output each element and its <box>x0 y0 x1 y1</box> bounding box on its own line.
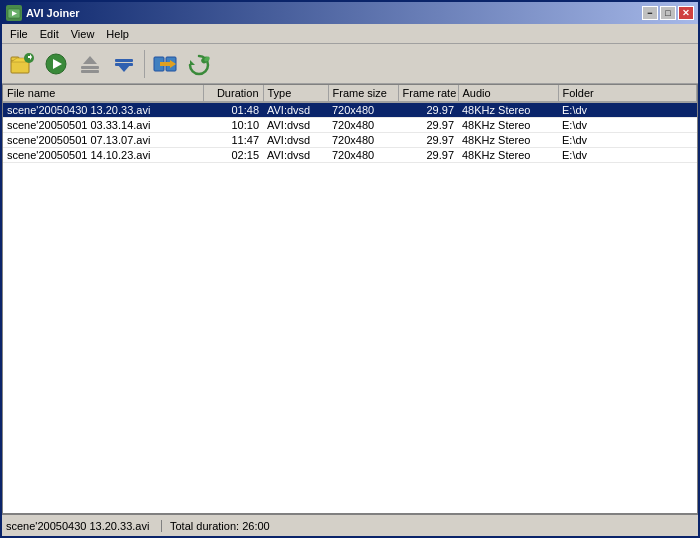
table-cell: 720x480 <box>328 133 398 148</box>
title-bar: AVI Joiner − □ ✕ <box>2 2 698 24</box>
svg-rect-9 <box>81 66 99 69</box>
status-selected-file: scene'20050430 13.20.33.avi <box>2 520 162 532</box>
move-down-button[interactable] <box>108 49 140 79</box>
svg-marker-14 <box>117 64 131 72</box>
table-cell: 48KHz Stereo <box>458 118 558 133</box>
table-cell: AVI:dvsd <box>263 133 328 148</box>
status-total-duration: Total duration: 26:00 <box>162 520 278 532</box>
table-cell: 48KHz Stereo <box>458 148 558 163</box>
menu-bar: File Edit View Help <box>2 24 698 44</box>
menu-file[interactable]: File <box>4 26 34 42</box>
col-header-duration[interactable]: Duration <box>203 85 263 102</box>
table-cell: 02:15 <box>203 148 263 163</box>
table-cell: scene'20050501 07.13.07.avi <box>3 133 203 148</box>
svg-marker-11 <box>83 56 97 64</box>
table-cell: 29.97 <box>398 133 458 148</box>
refresh-button[interactable] <box>183 49 215 79</box>
table-header-row: File name Duration Type Frame size Frame… <box>3 85 697 102</box>
file-list-container[interactable]: File name Duration Type Frame size Frame… <box>3 85 697 513</box>
table-cell: 720x480 <box>328 118 398 133</box>
menu-view[interactable]: View <box>65 26 101 42</box>
table-cell: 48KHz Stereo <box>458 133 558 148</box>
toolbar-separator <box>144 50 145 78</box>
menu-edit[interactable]: Edit <box>34 26 65 42</box>
app-icon <box>6 5 22 21</box>
play-button[interactable] <box>40 49 72 79</box>
table-row[interactable]: scene'20050501 14.10.23.avi02:15AVI:dvsd… <box>3 148 697 163</box>
col-header-filename[interactable]: File name <box>3 85 203 102</box>
table-cell: E:\dv <box>558 148 697 163</box>
open-button[interactable] <box>6 49 38 79</box>
table-cell: 01:48 <box>203 102 263 118</box>
svg-rect-10 <box>81 70 99 73</box>
window-controls: − □ ✕ <box>642 6 694 20</box>
move-up-icon <box>77 52 103 76</box>
table-cell: 48KHz Stereo <box>458 102 558 118</box>
col-header-audio[interactable]: Audio <box>458 85 558 102</box>
table-cell: scene'20050501 14.10.23.avi <box>3 148 203 163</box>
col-header-framesize[interactable]: Frame size <box>328 85 398 102</box>
table-row[interactable]: scene'20050501 03.33.14.avi10:10AVI:dvsd… <box>3 118 697 133</box>
menu-help[interactable]: Help <box>100 26 135 42</box>
table-cell: E:\dv <box>558 118 697 133</box>
col-header-framerate[interactable]: Frame rate <box>398 85 458 102</box>
maximize-button[interactable]: □ <box>660 6 676 20</box>
table-cell: AVI:dvsd <box>263 148 328 163</box>
table-row[interactable]: scene'20050430 13.20.33.avi01:48AVI:dvsd… <box>3 102 697 118</box>
join-icon <box>152 52 178 76</box>
move-up-button[interactable] <box>74 49 106 79</box>
col-header-type[interactable]: Type <box>263 85 328 102</box>
table-cell: 720x480 <box>328 102 398 118</box>
refresh-icon <box>186 52 212 76</box>
main-window: AVI Joiner − □ ✕ File Edit View Help <box>0 0 700 538</box>
table-cell: E:\dv <box>558 133 697 148</box>
table-cell: 29.97 <box>398 148 458 163</box>
file-table: File name Duration Type Frame size Frame… <box>3 85 697 163</box>
table-row[interactable]: scene'20050501 07.13.07.avi11:47AVI:dvsd… <box>3 133 697 148</box>
col-header-folder[interactable]: Folder <box>558 85 697 102</box>
minimize-button[interactable]: − <box>642 6 658 20</box>
table-cell: 10:10 <box>203 118 263 133</box>
table-cell: 29.97 <box>398 118 458 133</box>
svg-rect-17 <box>160 62 170 66</box>
svg-marker-19 <box>190 60 195 65</box>
table-cell: 720x480 <box>328 148 398 163</box>
open-icon <box>9 52 35 76</box>
table-cell: AVI:dvsd <box>263 118 328 133</box>
move-down-icon <box>111 52 137 76</box>
file-list-area: File name Duration Type Frame size Frame… <box>2 84 698 514</box>
table-body: scene'20050430 13.20.33.avi01:48AVI:dvsd… <box>3 102 697 163</box>
play-icon <box>43 52 69 76</box>
table-cell: 11:47 <box>203 133 263 148</box>
window-title: AVI Joiner <box>26 7 642 19</box>
table-cell: E:\dv <box>558 102 697 118</box>
table-cell: scene'20050501 03.33.14.avi <box>3 118 203 133</box>
svg-rect-12 <box>115 59 133 62</box>
join-button[interactable] <box>149 49 181 79</box>
table-cell: scene'20050430 13.20.33.avi <box>3 102 203 118</box>
close-button[interactable]: ✕ <box>678 6 694 20</box>
toolbar <box>2 44 698 84</box>
status-bar: scene'20050430 13.20.33.avi Total durati… <box>2 514 698 536</box>
table-cell: AVI:dvsd <box>263 102 328 118</box>
table-cell: 29.97 <box>398 102 458 118</box>
